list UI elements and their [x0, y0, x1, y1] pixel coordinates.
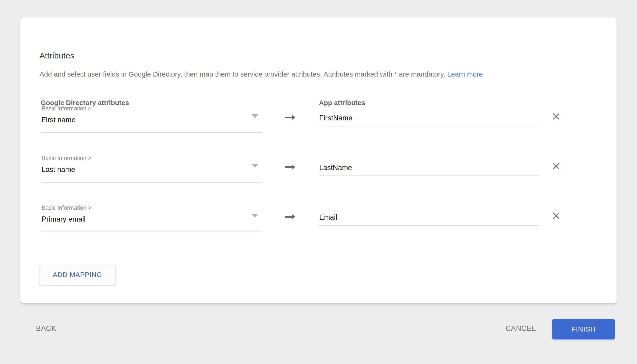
app-attribute-input[interactable] [319, 211, 539, 226]
map-arrow-icon [285, 212, 295, 221]
remove-mapping-icon[interactable] [551, 211, 561, 221]
attributes-card: Attributes Add and select user fields in… [21, 18, 616, 304]
directory-attribute-select[interactable]: Basic Information > Last name [41, 155, 262, 183]
directory-attribute-select[interactable]: Basic Information > Primary email [41, 204, 262, 232]
select-underline [41, 232, 262, 232]
attribute-category-label: Basic Information > [42, 105, 92, 112]
page-title: Attributes [40, 51, 74, 60]
attribute-category-label: Basic Information > [42, 204, 92, 211]
map-arrow-icon [285, 113, 295, 122]
map-arrow-icon [285, 162, 295, 172]
directory-attribute-select[interactable]: Basic Information > First name [41, 105, 262, 133]
dropdown-arrow-icon [251, 164, 258, 168]
mapping-row: Basic Information > First name [41, 105, 570, 144]
remove-mapping-icon[interactable] [551, 161, 561, 172]
finish-button[interactable]: FINISH [552, 319, 615, 340]
mapping-row: Basic Information > Primary email [41, 204, 570, 244]
directory-attribute-value: Primary email [42, 215, 86, 224]
select-underline [41, 132, 262, 133]
dropdown-arrow-icon [251, 214, 258, 218]
description-text: Add and select user fields in Google Dir… [40, 70, 445, 78]
back-button[interactable]: BACK [36, 324, 57, 333]
app-attribute-input[interactable] [319, 162, 539, 176]
add-mapping-button[interactable]: ADD MAPPING [40, 264, 115, 285]
learn-more-link[interactable]: Learn more [447, 70, 483, 78]
mapping-row: Basic Information > Last name [41, 155, 570, 194]
card-description: Add and select user fields in Google Dir… [40, 70, 483, 78]
select-underline [41, 182, 262, 182]
dropdown-arrow-icon [251, 114, 258, 118]
directory-attribute-value: First name [42, 116, 76, 124]
attribute-category-label: Basic Information > [42, 155, 92, 162]
cancel-button[interactable]: CANCEL [506, 324, 536, 333]
remove-mapping-icon[interactable] [551, 112, 561, 122]
directory-attribute-value: Last name [42, 166, 75, 174]
app-attribute-input[interactable] [319, 112, 539, 126]
